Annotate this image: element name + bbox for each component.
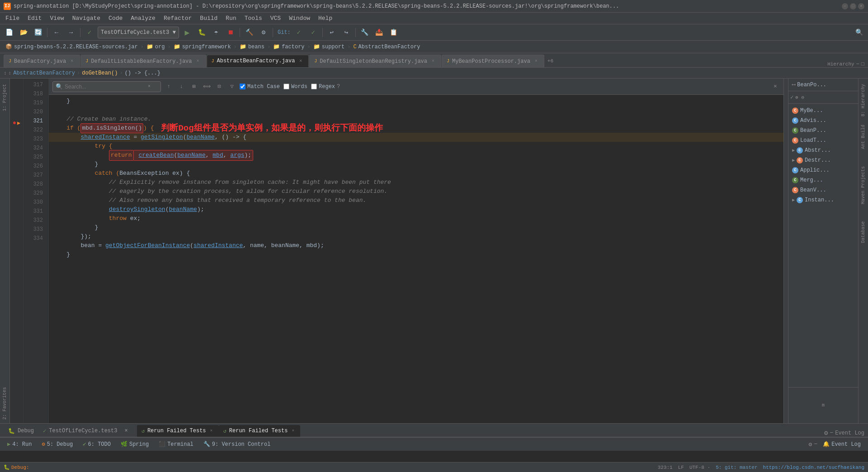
bottom-tab-test1[interactable]: ✓ TestOfLifeCycle.test3 × xyxy=(38,425,137,437)
bottom-settings-icon[interactable]: ⚙ xyxy=(824,429,828,437)
tree-item-merg[interactable]: C Merg... xyxy=(790,175,856,185)
tab-mybeanpostprocessor[interactable]: J MyBeanPostProcessor.java × xyxy=(442,55,544,67)
debug-button-bottom[interactable]: ⚙ 5: Debug xyxy=(38,439,76,449)
words-checkbox[interactable] xyxy=(283,84,289,89)
tree-item-advis[interactable]: C Advis... xyxy=(790,116,856,126)
tree-item-beanp[interactable]: C BeanP... xyxy=(790,126,856,136)
menu-vcs[interactable]: VCS xyxy=(267,14,284,23)
menu-analyze[interactable]: Analyze xyxy=(127,14,159,23)
bottom-tab-test1-close[interactable]: × xyxy=(120,425,132,437)
close-button[interactable]: × xyxy=(858,3,864,9)
bottom-tab-rerun2-close[interactable]: × xyxy=(290,428,296,434)
maven-tab[interactable]: Maven Projects xyxy=(860,163,867,208)
tab-overflow[interactable]: +6 xyxy=(545,55,556,67)
words-option[interactable]: Words xyxy=(283,84,307,90)
forward-button[interactable]: → xyxy=(65,26,77,39)
search-everywhere-button[interactable]: 🔍 xyxy=(853,26,865,39)
regex-checkbox[interactable] xyxy=(311,84,317,89)
run-config-back[interactable]: ✓ xyxy=(83,26,96,39)
tab-singleton-close[interactable]: × xyxy=(430,58,436,65)
debug-button[interactable]: 🐛 xyxy=(195,26,208,39)
gutter-321[interactable]: ● ▶ xyxy=(13,118,21,127)
favorites-panel-tab[interactable]: 2: Favorites xyxy=(1,383,8,423)
menu-refactor[interactable]: Refactor xyxy=(160,14,195,23)
run-button[interactable]: ▶ xyxy=(181,26,193,39)
hammer-button[interactable]: 🔧 xyxy=(359,26,371,39)
menu-code[interactable]: Code xyxy=(105,14,126,23)
fp-springframework[interactable]: 📁 springframework xyxy=(172,42,233,51)
tab-mybean-close[interactable]: × xyxy=(533,58,539,65)
editor-scrollbar[interactable] xyxy=(783,79,788,423)
breakpoint-icon[interactable]: ● xyxy=(13,119,16,126)
tab-defaultlistable-close[interactable]: × xyxy=(195,58,201,65)
database-tab[interactable]: Database xyxy=(860,218,867,247)
minimize-button[interactable]: − xyxy=(842,3,848,9)
bottom-tab-debug[interactable]: 🐛 Debug xyxy=(4,425,38,437)
open-button[interactable]: 📂 xyxy=(17,26,30,39)
tab-defaultlistable[interactable]: J DefaultListableBeanFactory.java × xyxy=(80,55,206,67)
bottom-tab-rerun1[interactable]: ↺ Rerun Failed Tests × xyxy=(137,425,219,437)
stop-button[interactable]: ⏹ xyxy=(224,26,237,39)
tree-item-destr[interactable]: ► C Destr... xyxy=(790,155,856,165)
git-check1[interactable]: ✓ xyxy=(292,26,305,39)
new-file-button[interactable]: 📄 xyxy=(3,26,15,39)
menu-help[interactable]: Help xyxy=(315,14,336,23)
match-case-checkbox[interactable] xyxy=(240,84,245,89)
tab-abstract-close[interactable]: × xyxy=(297,58,304,64)
tab-defaultsingleton[interactable]: J DefaultSingletonBeanRegistry.java × xyxy=(309,55,441,67)
settings-toolbar-btn[interactable]: ⚙ xyxy=(257,26,270,39)
menu-file[interactable]: File xyxy=(2,14,23,23)
menu-navigate[interactable]: Navigate xyxy=(69,14,104,23)
back-button[interactable]: ← xyxy=(50,26,63,39)
project-panel-tab[interactable]: 1: Project xyxy=(1,80,8,115)
regex-help-icon[interactable]: ? xyxy=(337,84,340,90)
search-option1-button[interactable]: ⟺ xyxy=(202,82,212,92)
search-option2-button[interactable]: ⊡ xyxy=(214,82,224,92)
tree-item-mybe[interactable]: C MyBe... xyxy=(790,106,856,116)
tree-item-abstr[interactable]: ► C Abstr... xyxy=(790,145,856,155)
tree-item-beanv[interactable]: C BeanV... xyxy=(790,185,856,195)
ant-build-tab[interactable]: Ant Build xyxy=(860,121,867,153)
tree-item-applic[interactable]: C Applic... xyxy=(790,165,856,175)
regex-option[interactable]: Regex ? xyxy=(311,84,340,90)
match-case-option[interactable]: Match Case xyxy=(240,84,280,90)
menu-build[interactable]: Build xyxy=(196,14,221,23)
coverage-button[interactable]: ☂ xyxy=(210,26,222,39)
todo-button-bottom[interactable]: ✔ 6: TODO xyxy=(79,439,114,449)
menu-run[interactable]: Run xyxy=(222,14,240,23)
vcs-button-bottom[interactable]: 🔧 9: Version Control xyxy=(200,439,274,449)
fp-class[interactable]: C AbstractBeanFactory xyxy=(351,43,422,51)
fp-org[interactable]: 📁 org xyxy=(145,42,167,51)
bottom-right-settings[interactable]: ⚙ xyxy=(809,441,812,448)
search-close-button[interactable]: × xyxy=(771,82,780,91)
hierarchy-btn[interactable]: Hierarchy xyxy=(827,61,854,67)
extra-button[interactable]: 📋 xyxy=(387,26,400,39)
code-editor[interactable]: 🔍 × ↑ ↓ ⊞ ⟺ ⊡ ▽ Match Case Words xyxy=(49,79,783,423)
bottom-right-minimize[interactable]: − xyxy=(814,441,817,448)
search-up-button[interactable]: ↑ xyxy=(164,82,174,92)
breadcrumb-lambda[interactable]: () -> {...} xyxy=(125,70,160,76)
tab-action-minimize[interactable]: − xyxy=(856,61,859,67)
tree-item-instan[interactable]: ► C Instan... xyxy=(790,195,856,205)
menu-view[interactable]: View xyxy=(46,14,67,23)
spring-button-bottom[interactable]: 🌿 Spring xyxy=(117,439,152,449)
menu-edit[interactable]: Edit xyxy=(24,14,45,23)
fp-factory[interactable]: 📁 factory xyxy=(271,42,306,51)
right-panel-expand-icon[interactable]: ✓ xyxy=(790,94,793,101)
search-down-button[interactable]: ↓ xyxy=(176,82,186,92)
code-lines[interactable]: } // Create bean instance. if (mbd.isSin… xyxy=(49,95,783,423)
breadcrumb-method[interactable]: doGetBean() xyxy=(82,70,118,76)
terminal-button-bottom[interactable]: ⬛ Terminal xyxy=(155,439,197,449)
event-log-button[interactable]: 🔔 Event Log xyxy=(819,439,864,449)
search-funnel-button[interactable]: ▽ xyxy=(227,82,237,92)
bottom-tab-rerun2[interactable]: ↺ Rerun Failed Tests × xyxy=(219,425,301,437)
share-button[interactable]: 📤 xyxy=(373,26,386,39)
run-configuration-combo[interactable]: TestOfLifeCycle.test3 ▼ xyxy=(98,27,179,38)
tree-item-loadt[interactable]: C LoadT... xyxy=(790,136,856,145)
search-filter-button[interactable]: ⊞ xyxy=(189,82,199,92)
menu-tools[interactable]: Tools xyxy=(241,14,266,23)
run-button-bottom[interactable]: ▶ 4: Run xyxy=(4,439,35,449)
bottom-minimize-icon[interactable]: − xyxy=(830,430,833,436)
status-url[interactable]: https://blog.csdn.net/sucfhaeikang xyxy=(763,465,864,470)
tab-beanfactory[interactable]: J BeanFactory.java × xyxy=(4,55,80,67)
